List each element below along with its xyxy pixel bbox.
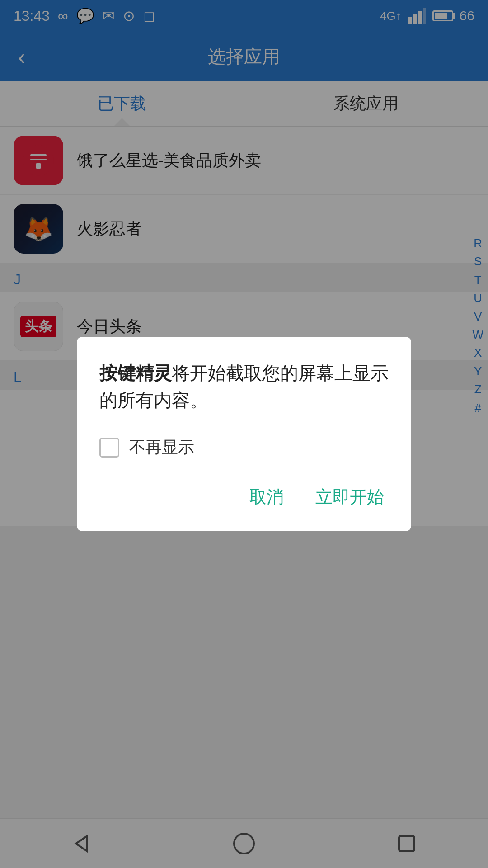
dialog-title: 按键精灵将开始截取您的屏幕上显示的所有内容。 bbox=[99, 359, 389, 414]
confirm-button[interactable]: 立即开始 bbox=[311, 481, 389, 513]
cancel-button[interactable]: 取消 bbox=[245, 481, 288, 513]
dialog-buttons: 取消 立即开始 bbox=[99, 481, 389, 513]
dont-show-label: 不再显示 bbox=[129, 436, 194, 458]
dialog-overlay: 按键精灵将开始截取您的屏幕上显示的所有内容。 不再显示 取消 立即开始 bbox=[0, 0, 488, 868]
dialog-app-name: 按键精灵 bbox=[99, 363, 172, 383]
dont-show-checkbox[interactable] bbox=[99, 438, 119, 458]
dialog-checkbox-row: 不再显示 bbox=[99, 436, 389, 458]
dialog-box: 按键精灵将开始截取您的屏幕上显示的所有内容。 不再显示 取消 立即开始 bbox=[77, 337, 411, 531]
